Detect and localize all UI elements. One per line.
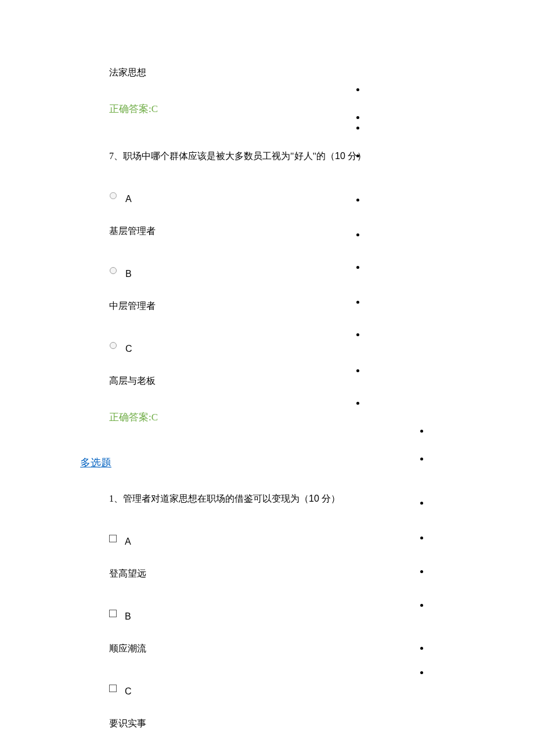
- q6-remainder: 法家思想 正确答案:C 7、职场中哪个群体应该是被大多数员工视为"好人"的（10…: [109, 67, 452, 424]
- bullet-icon: [356, 88, 359, 91]
- bullet-icon: [356, 333, 359, 336]
- bullet-icon: [356, 127, 359, 129]
- mq1-option-a-row[interactable]: A: [109, 534, 452, 545]
- q7-stem-prefix: 7、职场中哪个群体应该是被大多数员工视为"好人"的（: [109, 151, 335, 161]
- radio-icon: [109, 267, 117, 275]
- q7-option-b-row[interactable]: B: [109, 267, 452, 277]
- document-content: 法家思想 正确答案:C 7、职场中哪个群体应该是被大多数员工视为"好人"的（10…: [80, 0, 452, 730]
- checkbox-icon: [109, 685, 117, 692]
- mq1-stem-prefix: 1、管理者对道家思想在职场的借鉴可以变现为（: [109, 494, 309, 503]
- bullet-icon: [356, 266, 359, 269]
- mq1-option-a-letter: A: [125, 537, 131, 547]
- q7-stem: 7、职场中哪个群体应该是被大多数员工视为"好人"的（10 分）: [109, 150, 452, 163]
- mq1-option-c-row[interactable]: C: [109, 684, 452, 694]
- q7-points: 10: [335, 151, 345, 161]
- checkbox-icon: [109, 535, 117, 542]
- bullet-icon: [356, 199, 359, 201]
- multi-choice-section-title[interactable]: 多选题: [80, 456, 452, 470]
- bullet-icon: [356, 301, 359, 304]
- radio-icon: [109, 341, 117, 350]
- svg-point-3: [110, 343, 117, 349]
- bullet-icon: [356, 369, 359, 372]
- bullet-icon: [356, 154, 359, 157]
- bullet-icon: [356, 233, 359, 236]
- mq1-option-c-letter: C: [125, 686, 132, 697]
- bullet-icon: [420, 604, 423, 607]
- radio-icon: [109, 192, 117, 200]
- q7-option-a-text: 基层管理者: [109, 225, 452, 237]
- mq1-stem-suffix: 分）: [319, 494, 340, 503]
- q6-option-d-text: 法家思想: [109, 67, 452, 79]
- mq1-points: 10: [309, 494, 319, 503]
- q7-option-c-row[interactable]: C: [109, 341, 452, 352]
- mq1-option-b-letter: B: [125, 611, 131, 622]
- q6-answer: 正确答案:C: [109, 102, 452, 116]
- bullet-icon: [420, 570, 423, 573]
- q7-option-b-letter: B: [125, 269, 132, 279]
- q7-answer: 正确答案:C: [109, 411, 452, 424]
- bullet-icon: [356, 402, 359, 405]
- q7-option-c-letter: C: [125, 344, 132, 354]
- mq1-block: 1、管理者对道家思想在职场的借鉴可以变现为（10 分） A 登高望远 B 顺应潮…: [109, 493, 452, 730]
- q7-option-b-text: 中层管理者: [109, 300, 452, 312]
- bullet-icon: [420, 458, 423, 460]
- bullet-icon: [356, 116, 359, 119]
- svg-point-2: [110, 268, 117, 274]
- bullet-icon: [420, 671, 423, 674]
- q7-option-a-row[interactable]: A: [109, 192, 452, 202]
- q7-option-c-text: 高层与老板: [109, 375, 452, 387]
- mq1-option-c-text: 要识实事: [109, 718, 452, 730]
- mq1-option-b-row[interactable]: B: [109, 609, 452, 620]
- bullet-icon: [420, 430, 423, 433]
- mq1-option-b-text: 顺应潮流: [109, 643, 452, 655]
- q7-stem-suffix: 分）: [345, 151, 366, 161]
- bullet-icon: [420, 537, 423, 539]
- mq1-option-a-text: 登高望远: [109, 568, 452, 580]
- q7-option-a-letter: A: [125, 194, 132, 204]
- bullet-icon: [420, 647, 423, 650]
- bullet-icon: [420, 502, 423, 505]
- mq1-stem: 1、管理者对道家思想在职场的借鉴可以变现为（10 分）: [109, 493, 452, 505]
- checkbox-icon: [109, 610, 117, 617]
